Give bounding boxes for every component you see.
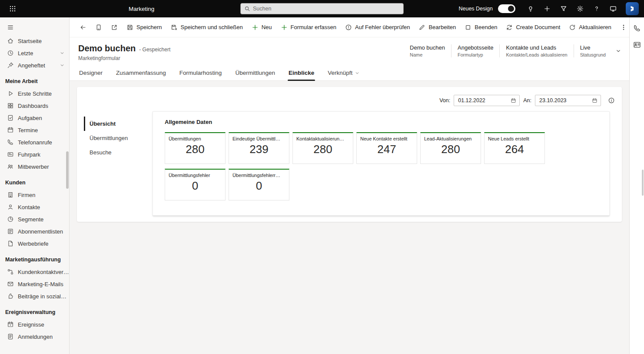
more-commands-button[interactable] <box>616 21 631 33</box>
avatar[interactable] <box>626 2 639 15</box>
subnav-label: Übersicht <box>90 120 116 127</box>
kpi-value: 280 <box>165 143 225 156</box>
add-icon[interactable] <box>540 1 554 16</box>
kpi-card-uebermittlungsfehler: Übermittlungsfehler 0 <box>165 169 226 200</box>
contact-card-pane-icon[interactable] <box>633 41 641 49</box>
entity-type: Marketingformular <box>78 55 170 61</box>
command-label: Auf Fehler überprüfen <box>355 24 410 30</box>
back-button[interactable] <box>76 21 90 33</box>
chevron-down-icon[interactable] <box>59 50 66 56</box>
date-from-input[interactable]: 01.12.2022 <box>454 95 520 106</box>
sidebar-item-firmen[interactable]: Firmen <box>0 189 69 201</box>
tab-uebermittlungen[interactable]: Übermittlungen <box>234 67 276 80</box>
sidebar-item-segmente[interactable]: Segmente <box>0 213 69 225</box>
kpi-card-neue-leads: Neue Leads erstellt 264 <box>484 132 545 164</box>
subnav-item-besuche[interactable]: Besuche <box>84 145 153 160</box>
save-button[interactable]: Speichern <box>123 21 166 33</box>
sidebar-item-ereignisse[interactable]: Ereignisse <box>0 318 69 331</box>
sidebar-item-soziale-beitraege[interactable]: Beiträge in soziale… <box>0 290 69 302</box>
header-field-value[interactable]: Live <box>580 44 606 51</box>
sidebar-item-erste-schritte[interactable]: Erste Schritte <box>0 87 69 100</box>
app-name[interactable]: Marketing <box>129 6 154 12</box>
hamburger-menu-icon[interactable] <box>0 20 69 35</box>
sidebar-item-abonnementlisten[interactable]: Abonnementlisten <box>0 225 69 237</box>
thumbs-up-icon <box>7 293 14 300</box>
person-icon <box>7 204 14 210</box>
home-icon <box>7 37 14 44</box>
main-scrollbar-thumb[interactable] <box>642 170 644 196</box>
main-area: Speichern Speichern und schließen Neu Fo… <box>70 17 629 354</box>
kpi-card-neue-kontakte: Neue Kontakte erstellt 247 <box>356 132 417 164</box>
header-field-value[interactable]: Kontakte und Leads <box>506 44 567 51</box>
dynamics-logo-icon <box>629 5 636 12</box>
header-field-value[interactable]: Demo buchen <box>410 44 445 51</box>
sidebar-item-dashboards[interactable]: Dashboards <box>0 100 69 112</box>
date-from-value: 01.12.2022 <box>458 97 485 104</box>
popout-button[interactable] <box>107 21 122 33</box>
search-input[interactable] <box>253 6 400 12</box>
sidebar-item-marketing-emails[interactable]: Marketing-E-Mails <box>0 278 69 290</box>
tab-einblicke[interactable]: Einblicke <box>288 67 315 80</box>
sidebar-item-label: Anmeldungen <box>18 334 53 340</box>
phone-pane-icon[interactable] <box>633 24 641 32</box>
command-label: Formular erfassen <box>291 24 336 30</box>
help-icon[interactable] <box>589 1 604 16</box>
sync-icon <box>506 24 513 31</box>
header-collapse-chevron-icon[interactable] <box>615 48 621 54</box>
app-launcher-icon[interactable] <box>5 1 20 16</box>
chevron-down-icon[interactable] <box>59 63 66 68</box>
tab-formularhosting[interactable]: Formularhosting <box>179 67 223 80</box>
sidebar-item-kontakte[interactable]: Kontakte <box>0 201 69 213</box>
kpi-value: 239 <box>229 143 289 156</box>
sidebar-item-angeheftet[interactable]: Angeheftet <box>0 59 69 71</box>
device-preview-button[interactable] <box>91 21 106 33</box>
tab-bar: Designer Zusammenfassung Formularhosting… <box>70 67 629 81</box>
calendar-picker-icon[interactable] <box>511 98 516 104</box>
sidebar-section-title: Ereignisverwaltung <box>0 302 69 318</box>
sidebar-item-aufgaben[interactable]: Aufgaben <box>0 112 69 124</box>
sidebar-item-kundenkontaktverlaeufe[interactable]: Kundenkontaktver… <box>0 266 69 278</box>
refresh-button[interactable]: Aktualisieren <box>565 21 615 33</box>
new-design-toggle[interactable] <box>498 4 515 13</box>
filter-icon[interactable] <box>556 1 571 16</box>
subnav-item-uebermittlungen[interactable]: Übermittlungen <box>84 131 153 145</box>
stop-button[interactable]: Beenden <box>461 21 501 33</box>
sidebar-item-mitbewerber[interactable]: Mitbewerber <box>0 160 69 173</box>
sidebar-item-werbebriefe[interactable]: Werbebriefe <box>0 237 69 250</box>
sidebar-item-startseite[interactable]: Startseite <box>0 35 69 47</box>
header-field-value[interactable]: Angebotsseite <box>458 44 493 51</box>
lightbulb-icon[interactable] <box>523 1 538 16</box>
plus-icon <box>281 24 288 31</box>
save-and-close-button[interactable]: Speichern und schließen <box>167 21 247 33</box>
tab-zusammenfassung[interactable]: Zusammenfassung <box>115 67 167 80</box>
capture-form-button[interactable]: Formular erfassen <box>277 21 340 33</box>
sidebar-item-anmeldungen[interactable]: Anmeldungen <box>0 331 69 343</box>
save-close-icon <box>171 24 178 31</box>
create-document-button[interactable]: Create Document <box>502 21 564 33</box>
check-for-errors-button[interactable]: Auf Fehler überprüfen <box>341 21 414 33</box>
tab-verknuepft[interactable]: Verknüpft <box>327 67 361 80</box>
date-from-label: Von: <box>439 97 450 104</box>
sidebar-item-termine[interactable]: Termine <box>0 124 69 136</box>
sidebar-item-fuhrpark[interactable]: Fuhrpark <box>0 148 69 160</box>
settings-gear-icon[interactable] <box>573 1 588 16</box>
subnav-item-uebersicht[interactable]: Übersicht <box>84 117 153 131</box>
command-label: Speichern und schließen <box>181 24 243 30</box>
header-field-label: Kontakte/Leads aktualisieren <box>506 52 567 57</box>
sidebar-item-telefonanrufe[interactable]: Telefonanrufe <box>0 136 69 148</box>
info-icon[interactable] <box>608 97 615 104</box>
search-box[interactable] <box>240 3 404 14</box>
form-icon <box>7 333 14 340</box>
date-to-input[interactable]: 23.10.2023 <box>535 95 601 106</box>
sidebar-item-letzte[interactable]: Letzte <box>0 47 69 59</box>
tab-designer[interactable]: Designer <box>78 67 103 80</box>
screen-share-icon[interactable] <box>606 1 621 16</box>
new-button[interactable]: Neu <box>248 21 276 33</box>
sidebar-item-label: Firmen <box>18 192 35 198</box>
edit-button[interactable]: Bearbeiten <box>415 21 460 33</box>
header-field-statusgrund: Live Statusgrund <box>574 44 612 57</box>
calendar-picker-icon[interactable] <box>592 98 598 104</box>
sidebar-scrollbar-thumb[interactable] <box>66 151 69 189</box>
command-label: Beenden <box>475 24 497 30</box>
clock-icon <box>7 50 14 57</box>
